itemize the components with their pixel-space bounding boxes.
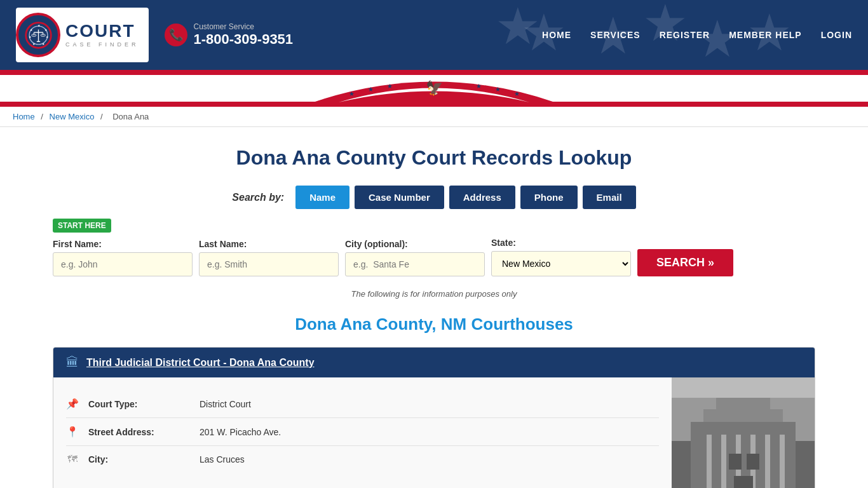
svg-rect-29 (721, 435, 726, 488)
tab-name[interactable]: Name (295, 186, 349, 209)
first-name-group: First Name: (53, 239, 193, 276)
courthouse-card: 🏛 Third Judicial District Court - Dona A… (53, 347, 815, 488)
courthouse-details: 📌 Court Type: District Court 📍 Street Ad… (53, 377, 672, 488)
courthouse-icon: 🏛 (66, 355, 79, 370)
logo-icon: ★ ★ ★ ★ ★ ★ ★ (16, 13, 60, 57)
logo-court-word: COURT (65, 22, 139, 40)
nav-home[interactable]: HOME (542, 30, 571, 40)
courthouses-title: Dona Ana County, NM Courthouses (53, 315, 815, 334)
courthouse-body: 📌 Court Type: District Court 📍 Street Ad… (53, 377, 815, 488)
phone-icon: 📞 (165, 24, 187, 46)
state-label: State: (491, 238, 631, 248)
city-group: City (optional): (345, 239, 485, 276)
city-value: Las Cruces (200, 454, 245, 464)
courthouse-image (672, 377, 815, 488)
street-address-value: 201 W. Picacho Ave. (200, 427, 281, 437)
court-type-value: District Court (200, 399, 251, 409)
first-name-label: First Name: (53, 239, 193, 249)
search-button[interactable]: SEARCH » (637, 249, 733, 276)
logo-case-finder: CASE FINDER (65, 41, 139, 48)
last-name-label: Last Name: (199, 239, 339, 249)
start-here-badge: START HERE (53, 219, 111, 233)
svg-text:★: ★ (387, 83, 393, 90)
svg-rect-32 (765, 435, 770, 488)
tab-phone[interactable]: Phone (520, 186, 578, 209)
header-left: ★ ★ ★ ★ ★ ★ ★ (16, 8, 293, 62)
search-by-label: Search by: (232, 192, 284, 203)
svg-rect-28 (707, 435, 712, 488)
svg-text:★: ★ (349, 90, 355, 97)
info-note: The following is for information purpose… (53, 289, 815, 299)
first-name-input[interactable] (53, 252, 193, 276)
phone-area: 📞 Customer Service 1-800-309-9351 (165, 22, 294, 48)
nav-services[interactable]: SERVICES (590, 30, 641, 40)
city-icon: 🗺 (66, 454, 79, 465)
search-form: First Name: Last Name: City (optional): … (53, 238, 815, 276)
city-row: 🗺 City: Las Cruces (66, 446, 659, 473)
nav-login[interactable]: LOGIN (821, 30, 852, 40)
main-nav: HOME SERVICES REGISTER MEMBER HELP LOGIN (542, 30, 852, 40)
last-name-input[interactable] (199, 252, 339, 276)
svg-rect-27 (716, 396, 770, 412)
nav-register[interactable]: REGISTER (660, 30, 710, 40)
svg-text:★: ★ (495, 86, 501, 93)
city-label-detail: City: (88, 454, 190, 464)
courthouse-name-link[interactable]: Third Judicial District Court - Dona Ana… (86, 357, 315, 369)
svg-rect-37 (672, 377, 815, 398)
svg-text:★: ★ (368, 86, 374, 93)
svg-rect-33 (780, 435, 785, 488)
last-name-group: Last Name: (199, 239, 339, 276)
court-type-row: 📌 Court Type: District Court (66, 390, 659, 418)
court-type-icon: 📌 (66, 398, 79, 410)
tab-address[interactable]: Address (449, 186, 515, 209)
breadcrumb-state[interactable]: New Mexico (50, 112, 95, 121)
logo-text: COURT CASE FINDER (65, 22, 139, 48)
city-label: City (optional): (345, 239, 485, 249)
court-type-label: Court Type: (88, 399, 190, 409)
street-address-row: 📍 Street Address: 201 W. Picacho Ave. (66, 418, 659, 446)
state-group: State: New Mexico Alabama Alaska Arizona (491, 238, 631, 276)
state-select[interactable]: New Mexico Alabama Alaska Arizona (491, 251, 631, 276)
svg-rect-36 (734, 476, 753, 488)
breadcrumb: Home / New Mexico / Dona Ana (0, 107, 868, 127)
svg-text:🦅: 🦅 (426, 79, 444, 97)
breadcrumb-county: Dona Ana (112, 112, 149, 121)
phone-label: Customer Service (194, 22, 294, 31)
svg-rect-35 (747, 454, 759, 470)
city-input[interactable] (345, 252, 485, 276)
address-icon: 📍 (66, 426, 79, 438)
svg-text:★: ★ (476, 83, 482, 90)
courthouse-photo (672, 377, 815, 488)
nav-member-help[interactable]: MEMBER HELP (729, 30, 801, 40)
breadcrumb-home[interactable]: Home (13, 112, 35, 121)
svg-rect-34 (729, 454, 742, 470)
phone-number: 1-800-309-9351 (194, 31, 294, 48)
search-by-row: Search by: Name Case Number Address Phon… (53, 186, 815, 209)
tab-email[interactable]: Email (583, 186, 636, 209)
page-title: Dona Ana County Court Records Lookup (53, 146, 815, 170)
street-address-label: Street Address: (88, 427, 190, 437)
svg-text:★: ★ (514, 90, 520, 97)
tab-case-number[interactable]: Case Number (355, 186, 444, 209)
courthouse-header: 🏛 Third Judicial District Court - Dona A… (53, 348, 815, 377)
logo[interactable]: ★ ★ ★ ★ ★ ★ ★ (16, 8, 149, 62)
